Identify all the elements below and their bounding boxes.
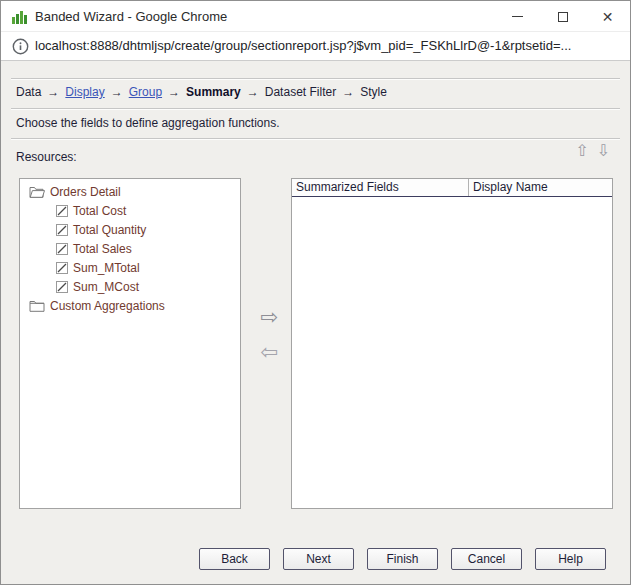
column-header-summarized-fields: Summarized Fields [292,179,469,196]
breadcrumb-arrow-icon: → [111,85,123,99]
tree-item-total-sales[interactable]: Total Sales [20,239,240,258]
breadcrumb-step-dataset-filter: Dataset Filter [265,85,336,99]
tree-label: Orders Detail [50,185,121,199]
window-title: Banded Wizard - Google Chrome [35,1,227,32]
summary-table-panel: Summarized Fields Display Name [291,178,613,509]
breadcrumb-arrow-icon: → [47,85,59,99]
instruction-text: Choose the fields to define aggregation … [16,116,280,130]
maximize-button[interactable] [540,1,585,32]
back-button[interactable]: Back [199,548,270,570]
tree-label: Sum_MCost [73,280,139,294]
left-arrow-icon: ⇦ [260,340,278,363]
field-icon [56,243,68,255]
breadcrumb-step-data: Data [16,85,41,99]
resources-label: Resources: [16,150,77,164]
minimize-button[interactable] [495,1,540,32]
wizard-content: Data → Display → Group → Summary → Datas… [1,61,630,584]
move-up-button[interactable]: ⇧ [575,143,588,159]
tree-item-total-cost[interactable]: Total Cost [20,201,240,220]
tree-item-sum-mcost[interactable]: Sum_MCost [20,277,240,296]
breadcrumb-step-display[interactable]: Display [65,85,104,99]
url-text[interactable]: localhost:8888/dhtmljsp/create/group/sec… [35,32,571,60]
footer-buttons: Back Next Finish Cancel Help [199,548,606,570]
field-icon [56,205,68,217]
column-header-display-name: Display Name [469,179,612,196]
tree-item-sum-mtotal[interactable]: Sum_MTotal [20,258,240,277]
tree-label: Total Cost [73,204,126,218]
transfer-buttons: ⇨ ⇦ [247,178,291,509]
divider-breadcrumb [11,108,620,109]
tree-label: Sum_MTotal [73,261,140,275]
table-body [292,197,612,508]
breadcrumb: Data → Display → Group → Summary → Datas… [16,85,387,99]
app-icon [12,9,27,24]
breadcrumb-arrow-icon: → [342,85,354,99]
tree-label: Total Sales [73,242,132,256]
resources-tree-panel: Orders Detail Total Cost Total Quantity … [19,178,241,509]
reorder-buttons: ⇧ ⇩ [575,143,610,159]
help-button[interactable]: Help [535,548,606,570]
address-bar: localhost:8888/dhtmljsp/create/group/sec… [1,32,630,61]
divider-instruction [11,138,620,139]
breadcrumb-arrow-icon: → [168,85,180,99]
folder-open-icon [29,185,45,198]
minimize-icon [512,16,523,17]
divider-top [11,78,620,79]
breadcrumb-step-group[interactable]: Group [129,85,162,99]
next-button[interactable]: Next [283,548,354,570]
table-header: Summarized Fields Display Name [292,179,612,197]
info-icon[interactable] [12,38,29,55]
tree-item-total-quantity[interactable]: Total Quantity [20,220,240,239]
cancel-button[interactable]: Cancel [451,548,522,570]
maximize-icon [558,12,568,22]
title-bar: Banded Wizard - Google Chrome ✕ [1,1,630,32]
folder-closed-icon [29,299,45,312]
finish-button[interactable]: Finish [367,548,438,570]
add-field-button[interactable]: ⇨ [247,306,291,327]
tree-label: Custom Aggregations [50,299,165,313]
remove-field-button[interactable]: ⇦ [247,341,291,362]
breadcrumb-step-summary: Summary [186,85,241,99]
close-icon: ✕ [602,10,614,24]
tree-folder-orders-detail[interactable]: Orders Detail [20,182,240,201]
breadcrumb-arrow-icon: → [247,85,259,99]
field-icon [56,262,68,274]
field-icon [56,281,68,293]
tree-folder-custom-aggregations[interactable]: Custom Aggregations [20,296,240,315]
move-down-button[interactable]: ⇩ [597,143,610,159]
window-controls: ✕ [495,1,630,32]
browser-popup-window: Banded Wizard - Google Chrome ✕ localhos… [0,0,631,585]
right-arrow-icon: ⇨ [260,305,278,328]
breadcrumb-step-style: Style [360,85,387,99]
tree-label: Total Quantity [73,223,146,237]
field-icon [56,224,68,236]
close-button[interactable]: ✕ [585,1,630,32]
